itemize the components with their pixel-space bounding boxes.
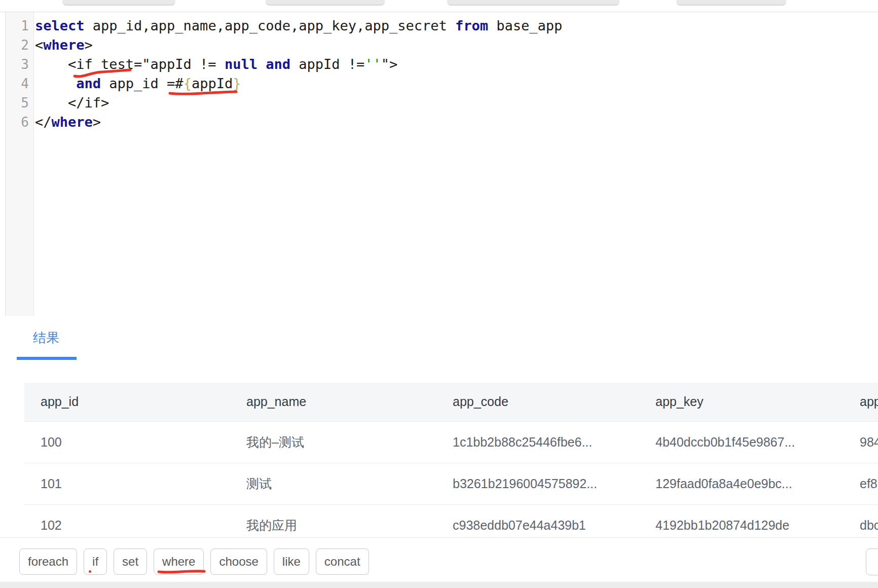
table-row: 102我的应用c938eddb07e44a439b14192bb1b20874d…	[24, 504, 878, 537]
code-line[interactable]: and app_id =#{appId}	[35, 74, 878, 93]
table-row: 100我的–测试1c1bb2b88c25446fbe6...4b40dccb0b…	[24, 421, 878, 463]
column-header: app_key	[639, 383, 844, 421]
line-number: 4	[6, 74, 33, 93]
column-header: app	[844, 383, 878, 421]
code-token: }	[233, 76, 241, 91]
code-line[interactable]: <if test="appId != null and appId !=''">	[35, 55, 878, 74]
table-cell: 测试	[230, 463, 436, 504]
table-cell: 4192bb1b20874d129de	[639, 504, 844, 537]
table-cell: 102	[24, 504, 230, 537]
editor-code[interactable]: select app_id,app_name,app_code,app_key,…	[35, 12, 878, 132]
code-token: >	[85, 37, 93, 53]
table-cell: ef8	[844, 463, 878, 504]
tab-active-underline	[17, 357, 77, 360]
red-underline-where-button	[157, 569, 206, 574]
table-cell: 101	[24, 463, 230, 504]
column-header: app_id	[24, 383, 230, 421]
code-token: from	[455, 18, 488, 33]
table-cell: 1c1bb2b88c25446fbe6...	[436, 421, 639, 463]
snippet-button-set[interactable]: set	[114, 548, 147, 575]
snippet-button-choose[interactable]: choose	[210, 548, 267, 575]
code-token: <	[35, 37, 43, 53]
code-token: and	[266, 56, 290, 72]
table-cell: 我的应用	[230, 504, 436, 537]
code-token	[258, 56, 266, 72]
cutoff-top-button-4[interactable]	[676, 0, 786, 6]
snippet-button-where[interactable]: where	[154, 548, 204, 575]
code-token: where	[52, 114, 93, 130]
bottom-edge-strip	[0, 582, 878, 588]
results-table: app_idapp_nameapp_codeapp_keyapp 100我的–测…	[24, 383, 878, 537]
cutoff-top-button-1[interactable]	[62, 0, 175, 6]
code-line[interactable]: <where>	[35, 35, 878, 55]
snippet-button-if[interactable]: if	[84, 548, 107, 575]
code-token: ''	[364, 56, 381, 72]
code-token: select	[35, 18, 85, 33]
code-token: >	[93, 114, 101, 130]
snippet-toolbar: foreachifsetwherechooselikeconcat	[19, 548, 369, 575]
snippet-button-like[interactable]: like	[274, 548, 309, 575]
code-editor[interactable]: 123456 select app_id,app_name,app_code,a…	[0, 12, 878, 316]
code-token	[35, 76, 76, 91]
table-cell: b3261b2196004575892...	[436, 463, 639, 504]
line-number: 5	[6, 93, 33, 113]
editor-gutter: 123456	[5, 12, 34, 316]
snippet-button-concat[interactable]: concat	[316, 548, 369, 575]
cutoff-top-button-2[interactable]	[266, 0, 385, 6]
table-body: 100我的–测试1c1bb2b88c25446fbe6...4b40dccb0b…	[24, 421, 878, 537]
line-number: 1	[6, 16, 33, 35]
code-token: {	[184, 76, 192, 91]
red-dot-if-button	[89, 570, 91, 573]
code-token: </	[35, 114, 52, 130]
results-table-wrap: app_idapp_nameapp_codeapp_keyapp 100我的–测…	[24, 383, 878, 537]
code-line[interactable]: </where>	[35, 113, 878, 132]
code-token: appId !=	[290, 56, 364, 72]
code-line[interactable]: select app_id,app_name,app_code,app_key,…	[35, 16, 878, 35]
code-token: app_id,app_name,app_code,app_key,app_sec…	[85, 18, 456, 33]
cutoff-top-button-3[interactable]	[447, 0, 619, 6]
table-cell: 100	[24, 421, 230, 463]
code-token: where	[43, 37, 84, 53]
code-token: </if>	[35, 95, 109, 111]
column-header: app_name	[230, 383, 436, 421]
table-row: 101测试b3261b2196004575892...129faad0fa8a4…	[24, 463, 878, 504]
code-line[interactable]: </if>	[35, 93, 878, 113]
tab-results[interactable]: 结果	[33, 330, 59, 345]
table-cell: 129faad0fa8a4e0e9bc...	[639, 463, 844, 504]
code-token: null	[225, 56, 258, 72]
table-cell: 984	[844, 421, 878, 463]
toolbar-top-border	[0, 537, 878, 538]
code-token: appId	[192, 76, 233, 91]
column-header: app_code	[436, 383, 639, 421]
code-token: and	[76, 76, 101, 91]
code-token: app_id =#	[101, 76, 184, 91]
line-number: 2	[6, 35, 33, 55]
line-number: 3	[6, 55, 33, 74]
code-token: base_app	[488, 18, 562, 33]
table-cell: c938eddb07e44a439b1	[436, 504, 639, 537]
code-token: <if test="appId !=	[35, 56, 225, 72]
table-cell: dbc	[844, 504, 878, 537]
code-token: ">	[381, 56, 398, 72]
line-number: 6	[6, 113, 33, 132]
cutoff-right-button[interactable]	[866, 548, 878, 575]
table-cell: 我的–测试	[230, 421, 436, 463]
table-cell: 4b40dccb0b1f45e9867...	[639, 421, 844, 463]
table-header-row: app_idapp_nameapp_codeapp_keyapp	[24, 383, 878, 421]
snippet-button-foreach[interactable]: foreach	[19, 548, 77, 575]
